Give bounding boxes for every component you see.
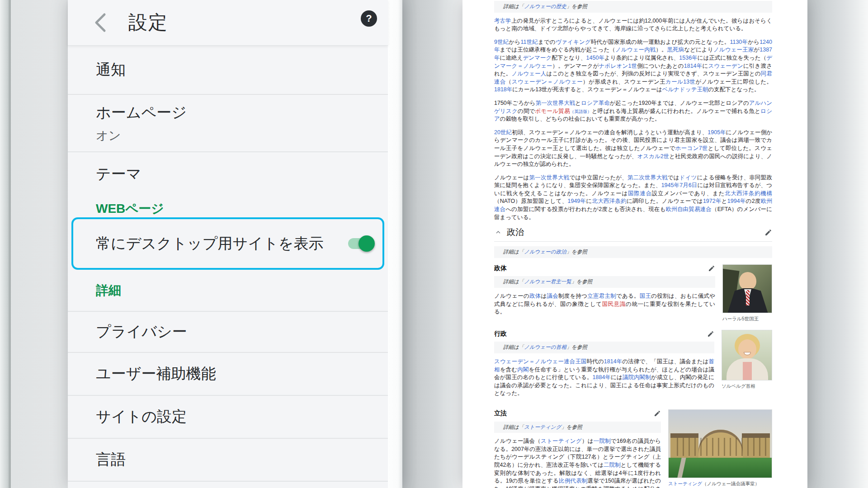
wiki-link[interactable]: 1884年 [593,374,611,380]
item-label: サイトの設定 [96,407,388,427]
wiki-link[interactable]: 欧州自由貿易連合 [666,206,712,212]
wiki-link[interactable]: 1818年 [494,86,512,93]
wiki-link[interactable]: デンマーク [523,55,552,61]
wiki-link[interactable]: 1905年 [708,129,726,136]
wiki-link[interactable]: 国王 [640,293,651,299]
wiki-link[interactable]: ポモール貿易 [535,108,570,114]
wiki-link[interactable]: ストーティング [668,481,702,486]
settings-item-site-settings[interactable]: サイトの設定 [68,396,388,439]
wiki-link[interactable]: 1994年 [727,198,746,204]
text-segment: が [754,47,760,53]
wiki-link[interactable]: 1814年 [684,63,703,69]
wiki-link[interactable]: 1814年 [604,358,623,365]
item-label: 常にデスクトップ用サイトを表示 [73,234,348,254]
wiki-link[interactable]: 議院内閣制 [623,374,651,380]
wiki-link[interactable]: ノルウェー内戦 [615,47,656,53]
wiki-link[interactable]: 第二次世界大戦 [627,174,668,181]
wiki-link[interactable]: ヴァイキング [556,39,591,45]
wiki-link[interactable]: ホーコン7世 [675,145,708,151]
settings-item-homepage[interactable]: ホームページ オン [68,95,388,152]
wiki-link[interactable]: ストーティング [524,424,561,430]
text-segment: ）は [582,438,594,444]
settings-item-desktop-site[interactable]: 常にデスクトップ用サイトを表示 [73,234,382,254]
hatnote-monarchs: 詳細は「ノルウェー君主一覧」を参照 [494,276,715,288]
desktop-site-toggle[interactable] [348,238,373,249]
wiki-link[interactable]: スウェーデン＝ノルウェー [512,79,583,85]
wiki-link[interactable]: 11世紀 [521,39,538,45]
wiki-link[interactable]: 1945年7月6日 [661,182,698,188]
text-segment: と呼ばれる海上貿易が盛んに行われた。ノルウェーで捕れる魚と [592,108,760,114]
subsection-header: 政体 [494,264,715,272]
wiki-link[interactable]: ノルウェー王家 [713,47,754,53]
wiki-link[interactable]: 1536年 [679,55,697,61]
wiki-link[interactable]: 議会 [547,293,558,299]
back-button[interactable] [87,9,114,36]
settings-item-theme[interactable]: テーマ [68,152,388,196]
wiki-link[interactable]: ノルウェーの首相 [524,344,566,350]
wiki-link[interactable]: 考古学 [494,18,511,24]
hatnote-history: 詳細は「ノルウェーの歴史」を参照 [494,1,772,13]
edit-pencil-icon[interactable] [764,229,772,236]
settings-item-languages[interactable]: 言語 [68,439,388,482]
wiki-link[interactable]: 国民意識 [602,301,626,307]
wiki-link[interactable]: 1949年 [568,198,586,204]
settings-item-accessibility[interactable]: ユーザー補助機能 [68,353,388,396]
wiki-link[interactable]: スウェーデン [708,63,743,69]
wiki-link[interactable]: 9世紀 [494,39,509,45]
text-segment: への加盟に関する投票が行われたが2度とも否決され、現在も [505,206,665,212]
pm-solberg-photo[interactable] [722,330,772,380]
text-segment[interactable]: （英語版） [570,109,592,114]
collapse-caret-icon[interactable] [494,228,502,236]
wiki-link[interactable]: 黒死病 [667,47,684,53]
text-segment: （ [506,79,512,85]
wiki-link[interactable]: 北大西洋条約機構 [725,190,772,197]
wiki-link[interactable]: 二院制 [604,462,621,468]
text-segment: ノルウェーの [494,293,529,299]
text-segment: 」を参照 [566,4,587,9]
settings-screen: 設定 ? 通知 ホームページ オン テーマ WEBページ 常にデスクトップ用サイ… [68,0,388,488]
king-harald-photo[interactable] [722,264,772,313]
wiki-link[interactable]: ノルウェーの歴史 [524,4,566,9]
settings-item-notifications[interactable]: 通知 [68,46,388,95]
edit-pencil-icon[interactable] [708,265,715,272]
wiki-link[interactable]: ドイツ [679,174,697,181]
wiki-link[interactable]: 1130年 [730,39,748,45]
wiki-link[interactable]: ノルウェーの政治 [524,249,566,254]
wiki-link[interactable]: オスカル2世 [637,153,670,160]
text-segment: 制度を持つ [558,293,587,299]
back-arrow-icon [94,13,107,33]
figure-king: ハーラル5世国王 [722,264,772,322]
wiki-link[interactable]: ストーティング [541,438,582,444]
item-sub-label: オン [96,127,388,144]
wiki-link[interactable]: ノルウェー君主一覧 [524,279,571,284]
wiki-link[interactable]: 20世紀 [494,129,512,136]
wiki-link[interactable]: ベルナドッテ王朝 [662,86,708,93]
wiki-link[interactable]: ロシア革命 [581,100,610,106]
text-segment: の法律で、「国王は、議会または [622,358,708,365]
wiki-link[interactable]: 1972年 [703,198,722,204]
storting-building-photo[interactable] [668,409,772,478]
settings-item-privacy[interactable]: プライバシー [68,312,388,353]
edit-pencil-icon[interactable] [707,330,714,338]
text-segment: （ノルウェー議会議事堂） [702,481,760,486]
wiki-link[interactable]: 一院制 [594,438,611,444]
wiki-link[interactable]: 1450年 [586,55,604,61]
text-segment: までは王位継承権をめぐる内戦が起こった（ [500,47,615,53]
help-icon[interactable]: ? [361,10,377,27]
text-segment: （NATO）原加盟国として、 [494,198,568,204]
wiki-link[interactable]: 政体 [529,293,541,299]
wiki-link[interactable]: 第一次世界大戦 [529,174,570,181]
wiki-link[interactable]: 第一次世界大戦 [536,100,576,106]
item-label: プライバシー [96,322,388,342]
wiki-link[interactable]: スウェーデン＝ノルウェー連合王国 [494,358,587,365]
text-segment: 詳細は「 [503,4,524,9]
wiki-link[interactable]: ノルウェー人 [512,70,547,77]
wiki-link[interactable]: 北大西洋条約 [592,198,627,204]
wiki-link[interactable]: 立憲君主制 [587,293,616,299]
wiki-link[interactable]: 比例代表制 [559,478,588,484]
edit-pencil-icon[interactable] [654,410,661,417]
wiki-link[interactable]: カール13世 [665,79,695,85]
wiki-link[interactable]: 内閣 [517,366,528,373]
wiki-link[interactable]: 国際連合 [628,190,652,197]
wiki-link[interactable]: ナポレオン1世 [599,63,637,69]
